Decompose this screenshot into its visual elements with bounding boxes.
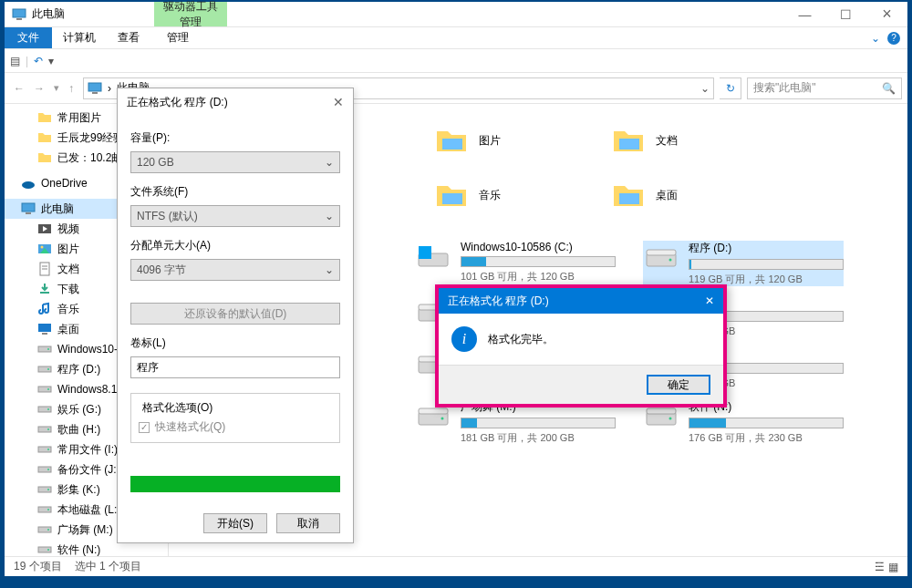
nav-recent-icon[interactable]: ▾ — [54, 82, 59, 95]
svg-rect-44 — [442, 193, 462, 204]
svg-point-10 — [41, 246, 44, 249]
download-icon — [37, 282, 52, 296]
maximize-button[interactable]: ☐ — [825, 2, 866, 26]
quick-access-toolbar: ▤ | ↶ ▾ — [5, 49, 907, 73]
library-item[interactable]: 图片 — [433, 122, 501, 159]
svg-point-29 — [47, 449, 49, 450]
volume-label-input[interactable]: 程序 — [130, 356, 340, 378]
drive-icon — [37, 382, 52, 397]
breadcrumb-dropdown-icon[interactable]: ⌄ — [700, 82, 710, 95]
info-icon: i — [451, 326, 477, 352]
svg-point-69 — [669, 418, 672, 420]
tab-view[interactable]: 查看 — [107, 27, 150, 48]
filesystem-select[interactable]: NTFS (默认)⌄ — [130, 205, 340, 227]
svg-rect-1 — [16, 18, 22, 20]
format-complete-msgbox: 正在格式化 程序 (D:) ✕ i 格式化完毕。 确定 — [435, 284, 727, 407]
library-item[interactable]: 桌面 — [610, 177, 678, 213]
restore-defaults-button[interactable]: 还原设备的默认值(D) — [130, 303, 340, 325]
close-button[interactable]: × — [866, 2, 907, 26]
search-input[interactable]: 搜索"此电脑" 🔍 — [747, 77, 902, 99]
folder-icon — [37, 130, 52, 145]
pictures-icon — [37, 242, 52, 256]
svg-rect-47 — [419, 246, 431, 259]
pc-icon — [21, 201, 36, 216]
expand-ribbon-icon[interactable]: ⌄ — [871, 32, 880, 45]
titlebar: 此电脑 驱动器工具 管理 — ☐ × — [5, 2, 907, 27]
capacity-select[interactable]: 120 GB⌄ — [130, 151, 340, 173]
tab-file[interactable]: 文件 — [5, 27, 52, 48]
svg-point-33 — [47, 489, 49, 490]
svg-point-66 — [441, 418, 444, 420]
svg-point-25 — [47, 408, 49, 410]
drive-icon — [37, 542, 52, 556]
drive-icon — [37, 522, 52, 537]
library-item[interactable]: 文档 — [610, 122, 678, 159]
capacity-label: 容量(P): — [130, 130, 340, 146]
svg-rect-42 — [442, 139, 462, 150]
start-button[interactable]: 开始(S) — [203, 513, 267, 533]
drive-icon — [37, 402, 52, 417]
allocation-select[interactable]: 4096 字节⌄ — [130, 259, 340, 281]
refresh-button[interactable]: ↻ — [720, 77, 741, 99]
onedrive-icon — [21, 176, 36, 191]
drive-item[interactable]: Windows10-10586 (C:)101 GB 可用，共 120 GB — [415, 241, 616, 286]
drive-icon — [37, 442, 52, 457]
statusbar: 19 个项目 选中 1 个项目 ☰ ▦ — [5, 556, 907, 576]
help-icon[interactable]: ? — [887, 32, 900, 45]
status-item-count: 19 个项目 — [14, 559, 62, 574]
properties-icon[interactable]: ▤ — [10, 55, 20, 67]
view-large-icon[interactable]: ▦ — [888, 561, 898, 573]
tab-computer[interactable]: 计算机 — [52, 27, 107, 48]
minimize-button[interactable]: — — [784, 2, 825, 26]
drive-icon — [37, 422, 52, 437]
format-progress-bar — [130, 476, 340, 492]
format-dialog: 正在格式化 程序 (D:) ✕ 容量(P): 120 GB⌄ 文件系统(F) N… — [117, 88, 354, 543]
allocation-label: 分配单元大小(A) — [130, 238, 340, 253]
msgbox-title: 正在格式化 程序 (D:) — [448, 294, 549, 309]
nav-up-icon[interactable]: ↑ — [68, 82, 74, 95]
status-selected: 选中 1 个项目 — [75, 559, 141, 574]
svg-rect-0 — [13, 9, 26, 17]
svg-rect-15 — [40, 292, 49, 294]
drive-icon — [643, 241, 679, 277]
library-item[interactable]: 音乐 — [433, 177, 501, 213]
format-close-button[interactable]: ✕ — [333, 95, 344, 109]
folder-icon — [37, 110, 52, 125]
msgbox-close-button[interactable]: ✕ — [705, 294, 714, 307]
chevron-down-icon: ⌄ — [325, 210, 334, 222]
undo-icon[interactable]: ↶ — [34, 55, 43, 67]
cancel-button[interactable]: 取消 — [276, 513, 340, 533]
drive-usage-bar — [461, 418, 616, 428]
format-dialog-title: 正在格式化 程序 (D:) — [127, 95, 228, 110]
video-icon — [37, 222, 52, 236]
svg-point-27 — [47, 428, 49, 430]
svg-point-39 — [47, 549, 49, 551]
music-icon — [37, 302, 52, 316]
svg-point-4 — [22, 181, 35, 189]
qat-dropdown-icon[interactable]: ▾ — [48, 55, 54, 67]
svg-rect-16 — [38, 324, 51, 332]
svg-point-21 — [47, 368, 49, 370]
ribbon-tabs: 文件 计算机 查看 管理 ⌄ ? — [5, 27, 907, 49]
folder-icon — [433, 122, 470, 159]
svg-point-19 — [47, 348, 49, 350]
view-details-icon[interactable]: ☰ — [875, 561, 885, 573]
quick-format-checkbox[interactable]: ✓ 快速格式化(Q) — [139, 419, 332, 435]
svg-rect-17 — [42, 333, 47, 335]
drive-icon — [37, 502, 52, 517]
filesystem-label: 文件系统(F) — [130, 184, 340, 200]
drive-usage-bar — [689, 259, 844, 270]
svg-point-37 — [47, 529, 49, 531]
ok-button[interactable]: 确定 — [647, 375, 710, 395]
volume-label-label: 卷标(L) — [130, 335, 340, 351]
msgbox-text: 格式化完毕。 — [488, 332, 554, 347]
tab-manage[interactable]: 管理 — [154, 27, 202, 48]
drive-item[interactable]: 程序 (D:)119 GB 可用，共 120 GB — [643, 241, 844, 286]
svg-rect-45 — [619, 193, 639, 204]
format-options-group: 格式化选项(O) ✓ 快速格式化(Q) — [130, 393, 340, 443]
nav-forward-icon[interactable]: → — [34, 82, 45, 95]
pc-icon — [88, 81, 102, 96]
search-icon: 🔍 — [882, 82, 896, 95]
ribbon-drive-tools[interactable]: 驱动器工具 管理 — [154, 2, 227, 26]
nav-back-icon[interactable]: ← — [14, 82, 25, 95]
